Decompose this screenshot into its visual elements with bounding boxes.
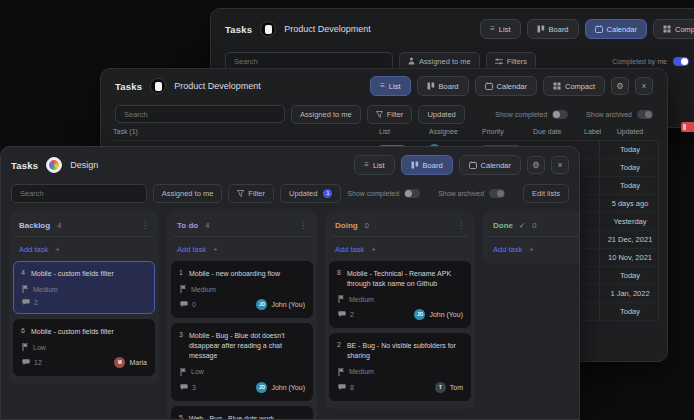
filter-toolbar: Assigned to me Filter Updated Show compl… xyxy=(101,103,667,125)
task-footer: 2 JO John (You) xyxy=(337,309,463,320)
column-priority[interactable]: Priority xyxy=(482,128,504,135)
close-button[interactable]: × xyxy=(635,77,653,95)
app-title: Tasks xyxy=(225,24,252,35)
column-due-date[interactable]: Due date xyxy=(533,128,561,135)
flag-icon xyxy=(180,368,187,376)
search-input[interactable] xyxy=(11,184,147,203)
settings-button[interactable]: ⚙ xyxy=(611,77,629,95)
view-switcher: ≡ List Board Calendar Compact ⚙ × xyxy=(370,76,653,96)
add-task-button[interactable]: Add task + xyxy=(487,243,580,256)
task-id: 1 xyxy=(179,269,183,279)
column-updated[interactable]: Updated xyxy=(599,128,661,135)
view-list-button[interactable]: ≡ List xyxy=(480,19,520,39)
task-title: BE - Bug - No visible subfolders for sha… xyxy=(347,341,463,361)
task-title: Mobile - Technical - Rename APK through … xyxy=(347,269,463,289)
compact-icon xyxy=(663,25,671,33)
view-board-button[interactable]: Board xyxy=(401,155,453,175)
compact-icon xyxy=(553,82,561,90)
comment-icon xyxy=(22,299,30,306)
window-header: Tasks Product Development ≡ List Board C… xyxy=(211,9,694,49)
avatar: JO xyxy=(256,299,267,310)
task-assignee: JO John (You) xyxy=(256,382,305,393)
show-archived-toggle[interactable] xyxy=(637,110,653,119)
column-list[interactable]: List xyxy=(379,128,390,135)
assignee-name: John (You) xyxy=(271,301,305,308)
task-id: 6 xyxy=(21,327,25,337)
view-list-button[interactable]: ≡ List xyxy=(370,76,410,96)
assigned-to-me-button[interactable]: Assigned to me xyxy=(291,105,361,124)
task-card[interactable]: 5 Web - Bug - Blue dots work incorrectly… xyxy=(171,406,313,420)
column-menu-icon[interactable]: ⋮ xyxy=(457,222,465,230)
plus-icon: + xyxy=(371,245,376,254)
task-assignee: M Maria xyxy=(114,357,147,368)
task-card[interactable]: 8 Mobile - Technical - Rename APK throug… xyxy=(329,261,471,328)
close-button[interactable]: × xyxy=(551,156,569,174)
view-board-button[interactable]: Board xyxy=(417,76,469,96)
updated-cell: 1 Jan, 2022 xyxy=(599,285,661,303)
project-logo[interactable] xyxy=(150,78,166,94)
task-card[interactable]: 2 BE - Bug - No visible subfolders for s… xyxy=(329,333,471,400)
flag-icon xyxy=(338,295,345,303)
window-design-board: Tasks Design ≡ List Board Calendar ⚙ × xyxy=(0,146,580,420)
project-logo-glyph xyxy=(155,82,162,91)
app-title: Tasks xyxy=(11,160,38,171)
task-assignee: JO John (You) xyxy=(414,309,463,320)
comment-count: 2 xyxy=(350,311,354,318)
show-completed-toggle[interactable] xyxy=(552,110,568,119)
task-assignee: T Tom xyxy=(435,382,463,393)
column-assignee[interactable]: Assignee xyxy=(429,128,458,135)
assignee-name: John (You) xyxy=(429,311,463,318)
task-card[interactable]: 4 Mobile - custom fields filter Medium 2 xyxy=(13,261,155,314)
updated-cell: Today xyxy=(599,303,661,321)
filter-button[interactable]: Filter xyxy=(367,105,413,124)
updated-sort-button[interactable]: Updated 1 xyxy=(280,184,341,203)
column-task[interactable]: Task (1) xyxy=(113,128,138,135)
edit-lists-button[interactable]: Edit lists xyxy=(523,184,569,203)
task-card[interactable]: 3 Mobile - Bug - Blue dot doesn't disapp… xyxy=(171,323,313,400)
add-task-button[interactable]: Add task + xyxy=(171,243,313,256)
add-task-button[interactable]: Add task + xyxy=(329,243,471,256)
column-menu-icon[interactable]: ⋮ xyxy=(141,222,149,230)
add-task-button[interactable]: Add task + xyxy=(13,243,155,256)
board-icon xyxy=(411,161,419,169)
view-compact-button[interactable]: Compact xyxy=(543,76,605,96)
view-calendar-button[interactable]: Calendar xyxy=(585,19,647,39)
avatar: M xyxy=(114,357,125,368)
table-toggles: Show completed Show archived xyxy=(495,110,653,119)
task-card[interactable]: 1 Mobile - new onboarding flow Medium 0 … xyxy=(171,261,313,318)
view-compact-button[interactable]: Compact xyxy=(653,19,694,39)
updated-cell: 21 Dec, 2021 xyxy=(599,231,661,249)
search-input[interactable] xyxy=(115,105,285,123)
completed-by-me-toggle[interactable] xyxy=(673,57,689,66)
design-project-logo[interactable] xyxy=(46,157,62,173)
project-logo[interactable] xyxy=(260,21,276,37)
task-card[interactable]: 6 Mobile - custom fields filter Low 12 M… xyxy=(13,319,155,376)
column-menu-icon[interactable]: ⋮ xyxy=(299,222,307,230)
view-board-button[interactable]: Board xyxy=(527,19,579,39)
filter-button[interactable]: Filter xyxy=(228,184,274,203)
kanban-board: Backlog 4 ⋮ Add task + 4 Mobile - custom… xyxy=(1,203,579,420)
show-completed-toggle[interactable] xyxy=(404,189,420,198)
view-calendar-button[interactable]: Calendar xyxy=(459,155,521,175)
board-toggles: Show completed Show archived Edit lists xyxy=(347,184,569,203)
avatar: JO xyxy=(414,309,425,320)
task-title: Mobile - custom fields filter xyxy=(31,327,114,337)
assigned-to-me-button[interactable]: Assigned to me xyxy=(153,184,223,203)
updated-sort-button[interactable]: Updated xyxy=(418,105,464,124)
column-count: 0 xyxy=(365,221,369,230)
gear-icon: ⚙ xyxy=(532,161,540,170)
view-calendar-button[interactable]: Calendar xyxy=(475,76,537,96)
show-archived-toggle[interactable] xyxy=(489,189,505,198)
project-name: Design xyxy=(70,160,98,170)
board-column-backlog: Backlog 4 ⋮ Add task + 4 Mobile - custom… xyxy=(9,211,159,384)
column-name: To do xyxy=(177,221,198,230)
view-switcher: ≡ List Board Calendar Compact xyxy=(480,19,694,39)
task-id: 5 xyxy=(179,414,183,420)
plus-icon: + xyxy=(55,245,60,254)
assignee-name: Maria xyxy=(129,359,147,366)
task-footer: 8 T Tom xyxy=(337,382,463,393)
flag-icon xyxy=(22,285,29,293)
settings-button[interactable]: ⚙ xyxy=(527,156,545,174)
view-list-button[interactable]: ≡ List xyxy=(354,155,394,175)
comment-icon xyxy=(180,301,188,308)
